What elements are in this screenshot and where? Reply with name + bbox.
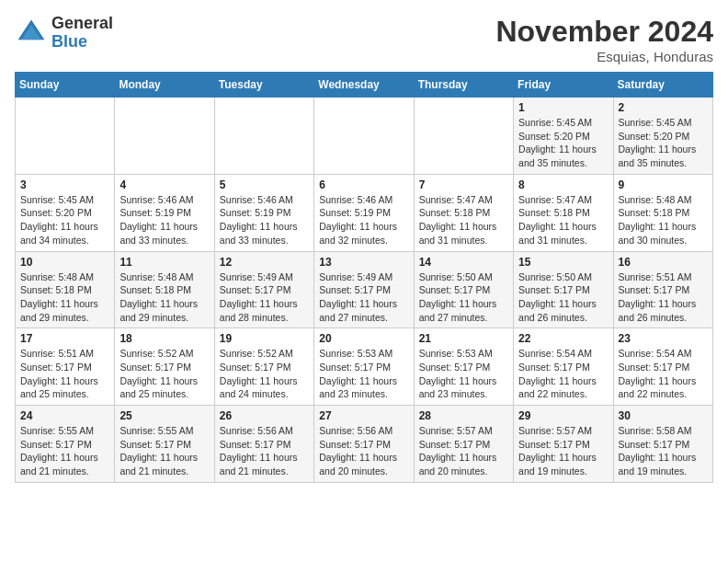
day-info: Sunrise: 5:56 AM Sunset: 5:17 PM Dayligh…	[220, 424, 309, 478]
calendar-cell: 1Sunrise: 5:45 AM Sunset: 5:20 PM Daylig…	[514, 98, 613, 175]
day-number: 29	[518, 409, 608, 422]
day-info: Sunrise: 5:49 AM Sunset: 5:17 PM Dayligh…	[220, 270, 309, 325]
day-info: Sunrise: 5:47 AM Sunset: 5:18 PM Dayligh…	[518, 193, 608, 247]
calendar-cell: 22Sunrise: 5:54 AM Sunset: 5:17 PM Dayli…	[514, 328, 613, 406]
calendar-cell: 28Sunrise: 5:57 AM Sunset: 5:17 PM Dayli…	[414, 406, 513, 483]
calendar-cell: 23Sunrise: 5:54 AM Sunset: 5:17 PM Dayli…	[613, 328, 712, 406]
calendar-cell: 8Sunrise: 5:47 AM Sunset: 5:18 PM Daylig…	[514, 174, 613, 251]
day-number: 27	[319, 409, 408, 422]
calendar-header-monday: Monday	[115, 73, 214, 98]
calendar-cell: 16Sunrise: 5:51 AM Sunset: 5:17 PM Dayli…	[613, 251, 712, 328]
calendar-cell: 29Sunrise: 5:57 AM Sunset: 5:17 PM Dayli…	[514, 406, 613, 483]
day-number: 18	[119, 332, 209, 345]
calendar-week-row: 24Sunrise: 5:55 AM Sunset: 5:17 PM Dayli…	[16, 406, 713, 483]
calendar-week-row: 1Sunrise: 5:45 AM Sunset: 5:20 PM Daylig…	[16, 98, 713, 175]
calendar-cell: 4Sunrise: 5:46 AM Sunset: 5:19 PM Daylig…	[115, 174, 214, 251]
page-header: General Blue November 2024 Esquias, Hond…	[15, 15, 713, 64]
calendar-cell: 2Sunrise: 5:45 AM Sunset: 5:20 PM Daylig…	[613, 98, 712, 175]
day-number: 24	[20, 409, 109, 422]
calendar-header-thursday: Thursday	[414, 73, 513, 98]
calendar-week-row: 3Sunrise: 5:45 AM Sunset: 5:20 PM Daylig…	[16, 174, 713, 251]
day-info: Sunrise: 5:46 AM Sunset: 5:19 PM Dayligh…	[319, 193, 408, 247]
calendar-cell: 11Sunrise: 5:48 AM Sunset: 5:18 PM Dayli…	[115, 251, 214, 328]
day-info: Sunrise: 5:57 AM Sunset: 5:17 PM Dayligh…	[518, 424, 608, 478]
title-block: November 2024 Esquias, Honduras	[495, 15, 713, 64]
day-number: 28	[419, 409, 508, 422]
day-info: Sunrise: 5:48 AM Sunset: 5:18 PM Dayligh…	[119, 270, 209, 325]
calendar-header-friday: Friday	[514, 73, 613, 98]
day-number: 30	[619, 409, 708, 422]
day-number: 12	[220, 256, 309, 269]
day-info: Sunrise: 5:45 AM Sunset: 5:20 PM Dayligh…	[619, 116, 708, 170]
day-number: 9	[619, 178, 708, 191]
logo: General Blue	[15, 15, 113, 52]
calendar-cell: 19Sunrise: 5:52 AM Sunset: 5:17 PM Dayli…	[214, 328, 313, 406]
calendar-cell: 6Sunrise: 5:46 AM Sunset: 5:19 PM Daylig…	[314, 174, 414, 251]
calendar-cell	[314, 98, 414, 175]
day-number: 26	[220, 409, 309, 422]
day-info: Sunrise: 5:55 AM Sunset: 5:17 PM Dayligh…	[20, 424, 109, 478]
calendar-week-row: 10Sunrise: 5:48 AM Sunset: 5:18 PM Dayli…	[16, 251, 713, 328]
calendar-cell: 27Sunrise: 5:56 AM Sunset: 5:17 PM Dayli…	[314, 406, 414, 483]
day-info: Sunrise: 5:48 AM Sunset: 5:18 PM Dayligh…	[619, 193, 708, 247]
day-number: 4	[119, 178, 209, 191]
day-number: 2	[619, 101, 708, 114]
day-info: Sunrise: 5:46 AM Sunset: 5:19 PM Dayligh…	[119, 193, 209, 247]
calendar-cell: 3Sunrise: 5:45 AM Sunset: 5:20 PM Daylig…	[16, 174, 115, 251]
calendar-cell: 26Sunrise: 5:56 AM Sunset: 5:17 PM Dayli…	[214, 406, 313, 483]
day-number: 23	[619, 332, 708, 345]
day-info: Sunrise: 5:51 AM Sunset: 5:17 PM Dayligh…	[619, 270, 708, 325]
day-number: 13	[319, 256, 408, 269]
day-info: Sunrise: 5:50 AM Sunset: 5:17 PM Dayligh…	[518, 270, 608, 325]
day-number: 5	[220, 178, 309, 191]
calendar-cell: 24Sunrise: 5:55 AM Sunset: 5:17 PM Dayli…	[16, 406, 115, 483]
day-info: Sunrise: 5:51 AM Sunset: 5:17 PM Dayligh…	[20, 347, 109, 401]
day-number: 10	[20, 256, 109, 269]
calendar-header-tuesday: Tuesday	[214, 73, 313, 98]
calendar-cell: 21Sunrise: 5:53 AM Sunset: 5:17 PM Dayli…	[414, 328, 513, 406]
calendar-cell: 7Sunrise: 5:47 AM Sunset: 5:18 PM Daylig…	[414, 174, 513, 251]
location: Esquias, Honduras	[495, 49, 713, 64]
calendar-cell	[16, 98, 115, 175]
day-info: Sunrise: 5:53 AM Sunset: 5:17 PM Dayligh…	[419, 347, 508, 401]
day-info: Sunrise: 5:52 AM Sunset: 5:17 PM Dayligh…	[220, 347, 309, 401]
calendar-cell: 13Sunrise: 5:49 AM Sunset: 5:17 PM Dayli…	[314, 251, 414, 328]
calendar-header-wednesday: Wednesday	[314, 73, 414, 98]
month-title: November 2024	[495, 15, 713, 49]
calendar-cell	[214, 98, 313, 175]
day-info: Sunrise: 5:55 AM Sunset: 5:17 PM Dayligh…	[119, 424, 209, 478]
day-number: 3	[20, 178, 109, 191]
day-info: Sunrise: 5:46 AM Sunset: 5:19 PM Dayligh…	[220, 193, 309, 247]
calendar-cell	[115, 98, 214, 175]
day-number: 15	[518, 256, 608, 269]
calendar-header-row: SundayMondayTuesdayWednesdayThursdayFrid…	[16, 73, 713, 98]
calendar-table: SundayMondayTuesdayWednesdayThursdayFrid…	[15, 72, 713, 483]
day-number: 19	[220, 332, 309, 345]
calendar-cell: 5Sunrise: 5:46 AM Sunset: 5:19 PM Daylig…	[214, 174, 313, 251]
calendar-cell: 10Sunrise: 5:48 AM Sunset: 5:18 PM Dayli…	[16, 251, 115, 328]
day-info: Sunrise: 5:45 AM Sunset: 5:20 PM Dayligh…	[518, 116, 608, 170]
day-info: Sunrise: 5:45 AM Sunset: 5:20 PM Dayligh…	[20, 193, 109, 247]
day-info: Sunrise: 5:48 AM Sunset: 5:18 PM Dayligh…	[20, 270, 109, 325]
calendar-cell: 12Sunrise: 5:49 AM Sunset: 5:17 PM Dayli…	[214, 251, 313, 328]
day-number: 21	[419, 332, 508, 345]
day-info: Sunrise: 5:57 AM Sunset: 5:17 PM Dayligh…	[419, 424, 508, 478]
calendar-cell: 18Sunrise: 5:52 AM Sunset: 5:17 PM Dayli…	[115, 328, 214, 406]
day-number: 14	[419, 256, 508, 269]
day-number: 1	[518, 101, 608, 114]
logo-icon	[15, 17, 48, 50]
calendar-cell: 17Sunrise: 5:51 AM Sunset: 5:17 PM Dayli…	[16, 328, 115, 406]
day-info: Sunrise: 5:50 AM Sunset: 5:17 PM Dayligh…	[419, 270, 508, 325]
day-info: Sunrise: 5:58 AM Sunset: 5:17 PM Dayligh…	[619, 424, 708, 478]
calendar-week-row: 17Sunrise: 5:51 AM Sunset: 5:17 PM Dayli…	[16, 328, 713, 406]
calendar-cell: 20Sunrise: 5:53 AM Sunset: 5:17 PM Dayli…	[314, 328, 414, 406]
calendar-cell: 25Sunrise: 5:55 AM Sunset: 5:17 PM Dayli…	[115, 406, 214, 483]
day-number: 20	[319, 332, 408, 345]
day-number: 22	[518, 332, 608, 345]
calendar-cell: 9Sunrise: 5:48 AM Sunset: 5:18 PM Daylig…	[613, 174, 712, 251]
calendar-cell	[414, 98, 513, 175]
day-number: 16	[619, 256, 708, 269]
day-info: Sunrise: 5:56 AM Sunset: 5:17 PM Dayligh…	[319, 424, 408, 478]
calendar-header-saturday: Saturday	[613, 73, 712, 98]
day-number: 25	[119, 409, 209, 422]
